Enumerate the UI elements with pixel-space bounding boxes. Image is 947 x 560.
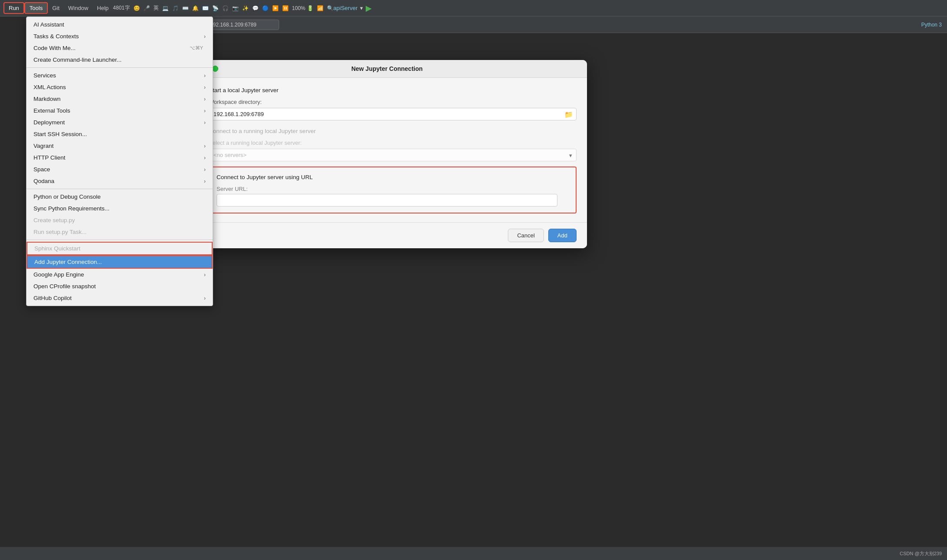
run-config-name: apiServer bbox=[333, 5, 358, 11]
menu-item-ai-assistant[interactable]: AI Assistant bbox=[27, 19, 213, 30]
system-tray: 4801字 😊 🎤 英 💻 🎵 ⌨️ 🔔 ✉️ 📡 🎧 📷 ✨ 💬 🔵 ▶️ ⏸… bbox=[113, 4, 333, 12]
menu-item-add-jupyter-connection[interactable]: Add Jupyter Connection... bbox=[27, 255, 213, 269]
python-version: Python 3 bbox=[921, 22, 942, 28]
folder-icon: 📁 bbox=[564, 110, 573, 118]
chevron-right-icon-deployment: › bbox=[204, 120, 206, 126]
chevron-right-icon-markdown: › bbox=[204, 96, 206, 102]
dialog-body: Start a local Jupyter server Workspace d… bbox=[187, 78, 587, 222]
workspace-dir-field: 📁 bbox=[209, 108, 577, 120]
server-select[interactable]: <no servers> bbox=[209, 149, 577, 161]
menu-item-code-with-me[interactable]: Code With Me... ⌥⌘Y bbox=[27, 42, 213, 54]
menu-run[interactable]: Run bbox=[3, 2, 24, 14]
menu-item-ssh-session[interactable]: Start SSH Session... bbox=[27, 128, 213, 140]
menu-item-xml-actions[interactable]: XML Actions › bbox=[27, 81, 213, 93]
running-local-label: Connect to a running local Jupyter serve… bbox=[209, 128, 316, 134]
menu-git[interactable]: Git bbox=[48, 3, 64, 13]
new-jupyter-connection-dialog: New Jupyter Connection Start a local Jup… bbox=[187, 60, 587, 248]
char-count: 4801字 bbox=[113, 4, 130, 12]
menu-item-google-app-engine[interactable]: Google App Engine › bbox=[27, 269, 213, 280]
chevron-right-icon-http: › bbox=[204, 155, 206, 161]
server-url-input[interactable] bbox=[217, 194, 557, 207]
maximize-button[interactable] bbox=[212, 66, 218, 72]
menu-separator-2 bbox=[27, 189, 213, 189]
dialog-title: New Jupyter Connection bbox=[351, 65, 423, 72]
menu-separator-3 bbox=[27, 240, 213, 240]
server-select-field: <no servers> ▾ bbox=[209, 149, 577, 161]
menu-tools[interactable]: Tools bbox=[24, 2, 48, 14]
select-server-label: Select a running local Jupyter server: bbox=[209, 140, 577, 146]
menu-item-create-setup: Create setup.py bbox=[27, 214, 213, 226]
run-config[interactable]: apiServer ▾ ▶ bbox=[333, 3, 372, 13]
menu-item-github-copilot[interactable]: GitHub Copilot › bbox=[27, 292, 213, 304]
menu-separator-1 bbox=[27, 67, 213, 68]
menu-window[interactable]: Window bbox=[64, 3, 93, 13]
shortcut-label: ⌥⌘Y bbox=[190, 45, 203, 51]
menu-item-python-debug-console[interactable]: Python or Debug Console bbox=[27, 191, 213, 203]
menu-item-http-client[interactable]: HTTP Client › bbox=[27, 152, 213, 163]
cancel-button[interactable]: Cancel bbox=[508, 229, 544, 242]
chevron-right-icon-vagrant: › bbox=[204, 143, 206, 149]
server-url-field bbox=[217, 194, 569, 207]
menu-help[interactable]: Help bbox=[93, 3, 113, 13]
menu-item-deployment[interactable]: Deployment › bbox=[27, 117, 213, 128]
mic-icon: 🎤 bbox=[143, 5, 150, 11]
menu-item-qodana[interactable]: Qodana › bbox=[27, 175, 213, 187]
chevron-right-icon-copilot: › bbox=[204, 295, 206, 301]
ide-topbar: http://192.168.1.209:6789 Python 3 bbox=[187, 17, 947, 33]
menu-item-sync-python-requirements[interactable]: Sync Python Requirements... bbox=[27, 203, 213, 214]
chevron-right-icon-space: › bbox=[204, 167, 206, 173]
url-option-label: Connect to Jupyter server using URL bbox=[217, 174, 313, 180]
lang-icon: 英 bbox=[153, 4, 159, 12]
dialog-footer: Cancel Add bbox=[187, 222, 587, 248]
chevron-right-icon-external: › bbox=[204, 108, 206, 114]
menu-item-services[interactable]: Services › bbox=[27, 70, 213, 81]
menu-item-markdown[interactable]: Markdown › bbox=[27, 93, 213, 105]
chevron-down-icon: ▾ bbox=[360, 5, 363, 11]
local-server-label: Start a local Jupyter server bbox=[209, 87, 279, 93]
tools-dropdown-menu: AI Assistant Tasks & Contexts › Code Wit… bbox=[26, 17, 213, 306]
workspace-dir-label: Workspace directory: bbox=[209, 99, 577, 105]
menu-item-vagrant[interactable]: Vagrant › bbox=[27, 140, 213, 152]
menu-item-create-launcher[interactable]: Create Command-line Launcher... bbox=[27, 54, 213, 66]
chevron-right-icon-services: › bbox=[204, 73, 206, 79]
url-connection-section: Connect to Jupyter server using URL Serv… bbox=[197, 167, 577, 213]
chevron-right-icon-gae: › bbox=[204, 272, 206, 278]
option-local-server[interactable]: Start a local Jupyter server bbox=[197, 87, 577, 93]
chevron-right-icon: › bbox=[204, 33, 206, 40]
play-icon[interactable]: ▶ bbox=[366, 3, 372, 13]
workspace-dir-input[interactable] bbox=[209, 108, 577, 120]
add-button[interactable]: Add bbox=[548, 229, 577, 242]
menubar: Run Tools Git Window Help 4801字 😊 🎤 英 💻 … bbox=[0, 0, 947, 17]
server-url-label: Server URL: bbox=[217, 186, 569, 192]
dialog-titlebar: New Jupyter Connection bbox=[187, 60, 587, 78]
menu-item-run-setup: Run setup.py Task... bbox=[27, 226, 213, 238]
menu-item-external-tools[interactable]: External Tools › bbox=[27, 105, 213, 117]
emoji-icon: 😊 bbox=[133, 5, 140, 11]
menu-item-tasks-contexts[interactable]: Tasks & Contexts › bbox=[27, 30, 213, 42]
option-running-local[interactable]: Connect to a running local Jupyter serve… bbox=[197, 127, 577, 134]
menu-item-space[interactable]: Space › bbox=[27, 163, 213, 175]
statusbar: CSDN @方大别239 bbox=[0, 547, 947, 560]
chevron-right-icon-qodana: › bbox=[204, 178, 206, 184]
menu-item-sphinx-quickstart: Sphinx Quickstart bbox=[27, 242, 213, 255]
menu-item-open-cprofile[interactable]: Open CProfile snapshot bbox=[27, 280, 213, 292]
statusbar-right: CSDN @方大别239 bbox=[900, 550, 942, 557]
option-url[interactable]: Connect to Jupyter server using URL bbox=[205, 173, 569, 180]
chevron-right-icon-xml: › bbox=[204, 84, 206, 90]
